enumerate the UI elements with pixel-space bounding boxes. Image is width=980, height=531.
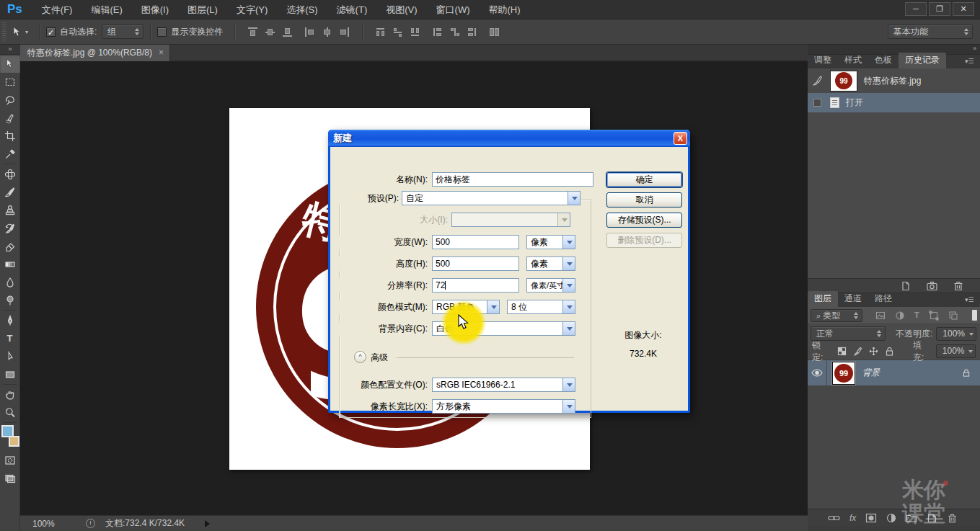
background-color-swatch[interactable] (9, 436, 19, 447)
panel-menu-icon[interactable]: ▾☰ (965, 296, 976, 304)
menu-filter[interactable]: 滤镜(T) (327, 0, 377, 19)
workspace-switcher[interactable]: 基本功能 (888, 24, 973, 39)
new-snapshot-icon[interactable] (926, 280, 938, 292)
preset-dropdown[interactable]: 自定 (402, 191, 581, 205)
bit-depth-dropdown[interactable]: 8 位 (507, 300, 575, 314)
tab-paths[interactable]: 路径 (868, 291, 899, 307)
restore-button[interactable]: ❐ (929, 2, 950, 16)
width-input[interactable]: 500 (432, 235, 519, 249)
current-tool-button[interactable]: ▾ (11, 26, 28, 38)
opacity-field[interactable]: 100% (936, 327, 976, 341)
tab-styles[interactable]: 样式 (838, 53, 868, 68)
new-group-icon[interactable] (906, 513, 917, 523)
height-unit-dropdown[interactable]: 像素 (526, 256, 575, 271)
tab-history[interactable]: 历史记录 (899, 53, 946, 68)
status-flyout-arrow-icon[interactable] (205, 520, 210, 527)
pen-tool[interactable] (0, 311, 20, 329)
visibility-cell[interactable] (808, 360, 827, 385)
menu-select[interactable]: 选择(S) (277, 0, 327, 19)
foreground-color-swatch[interactable] (1, 425, 14, 437)
layer-filter-toggle[interactable] (972, 310, 977, 321)
distribute-top-icon[interactable] (375, 27, 386, 37)
distribute-bottom-icon[interactable] (410, 27, 420, 37)
toolbar-collapse-icon[interactable]: » (0, 45, 19, 55)
width-unit-dropdown[interactable]: 像素 (526, 235, 575, 249)
menu-image[interactable]: 图像(I) (132, 0, 178, 19)
new-adjustment-layer-icon[interactable] (886, 513, 896, 523)
tab-adjustments[interactable]: 调整 (808, 53, 838, 68)
smart-object-filter-icon[interactable] (948, 311, 958, 321)
save-preset-button[interactable]: 存储预设(S)... (606, 213, 682, 228)
move-tool[interactable] (0, 55, 20, 73)
blur-tool[interactable] (0, 273, 20, 291)
quick-selection-tool[interactable] (0, 109, 20, 127)
color-profile-dropdown[interactable]: sRGB IEC61966-2.1 (432, 378, 575, 392)
auto-align-icon[interactable] (489, 27, 500, 37)
gradient-tool[interactable] (0, 255, 20, 273)
history-brush-tool[interactable] (0, 219, 20, 237)
minimize-button[interactable]: ─ (905, 2, 927, 16)
menu-file[interactable]: 文件(F) (32, 0, 82, 19)
shape-layer-filter-icon[interactable] (929, 311, 939, 321)
distribute-left-icon[interactable] (432, 27, 443, 37)
blend-mode-dropdown[interactable]: 正常 (811, 326, 886, 341)
brush-tool[interactable] (0, 183, 20, 201)
name-input[interactable]: 价格标签 (432, 172, 593, 187)
history-step-checkbox[interactable] (813, 99, 821, 107)
new-document-from-state-icon[interactable] (900, 280, 911, 292)
fill-field[interactable]: 100% (936, 344, 976, 358)
menu-type[interactable]: 文字(Y) (227, 0, 277, 19)
menu-help[interactable]: 帮助(H) (480, 0, 530, 19)
menu-window[interactable]: 窗口(W) (427, 0, 480, 19)
align-top-edges-icon[interactable] (247, 27, 258, 37)
cancel-button[interactable]: 取消 (606, 192, 682, 208)
align-vertical-centers-icon[interactable] (265, 27, 275, 37)
dock-collapse-icon[interactable]: » (973, 45, 976, 52)
path-selection-tool[interactable] (0, 347, 20, 365)
height-input[interactable]: 500 (432, 256, 519, 271)
lock-transparent-pixels-icon[interactable] (837, 347, 847, 356)
eraser-tool[interactable] (0, 237, 20, 255)
link-layers-icon[interactable] (828, 513, 840, 523)
quick-mask-button[interactable] (0, 451, 20, 469)
pixel-layer-filter-icon[interactable] (875, 311, 886, 321)
lock-position-icon[interactable] (869, 347, 878, 356)
clone-stamp-tool[interactable] (0, 201, 20, 219)
pixel-aspect-dropdown[interactable]: 方形像素 (432, 399, 575, 414)
show-transform-checkbox[interactable] (157, 27, 167, 37)
align-bottom-edges-icon[interactable] (282, 27, 293, 37)
resolution-unit-dropdown[interactable]: 像素/英寸 (526, 278, 575, 293)
menu-edit[interactable]: 编辑(E) (81, 0, 131, 19)
layer-thumbnail[interactable]: 99 (832, 362, 855, 385)
delete-layer-icon[interactable] (947, 513, 958, 524)
align-left-edges-icon[interactable] (304, 27, 315, 37)
auto-select-dropdown[interactable]: 组 (102, 24, 144, 39)
align-right-edges-icon[interactable] (339, 27, 350, 37)
auto-select-checkbox[interactable]: ✓ (46, 27, 56, 37)
layer-name[interactable]: 背景 (862, 367, 962, 379)
tab-close-icon[interactable]: × (159, 45, 164, 61)
rectangular-marquee-tool[interactable] (0, 73, 20, 91)
type-layer-filter-icon[interactable]: T (914, 311, 919, 321)
history-step-row[interactable]: 打开 (808, 93, 980, 112)
layer-styles-icon[interactable]: fx (849, 513, 856, 523)
delete-state-icon[interactable] (953, 280, 964, 292)
tab-swatches[interactable]: 色板 (868, 53, 899, 68)
menu-view[interactable]: 视图(V) (376, 0, 426, 19)
eyedropper-tool[interactable] (0, 145, 20, 163)
color-mode-dropdown[interactable]: RGB 颜色 (432, 300, 500, 314)
distribute-vertical-icon[interactable] (392, 27, 403, 37)
distribute-horizontal-icon[interactable] (449, 27, 460, 37)
rectangle-tool[interactable] (0, 365, 20, 383)
spot-healing-brush-tool[interactable] (0, 165, 20, 183)
layer-filter-dropdown[interactable]: ⌕ 类型 (811, 309, 862, 322)
ok-button[interactable]: 确定 (606, 172, 682, 187)
crop-tool[interactable] (0, 127, 20, 145)
dodge-tool[interactable] (0, 291, 20, 309)
tab-layers[interactable]: 图层 (808, 291, 838, 307)
screen-mode-button[interactable] (0, 469, 20, 487)
lasso-tool[interactable] (0, 91, 20, 109)
hand-tool[interactable] (0, 385, 20, 403)
tab-channels[interactable]: 通道 (838, 291, 868, 307)
document-tab[interactable]: 特惠价标签.jpg @ 100%(RGB/8) × (20, 45, 170, 61)
